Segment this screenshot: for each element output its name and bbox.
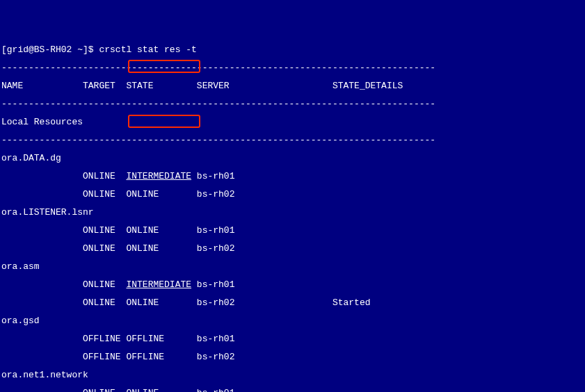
resource-row: ONLINE INTERMEDIATE bs-rh01 [1, 280, 584, 289]
resource-name: ora.gsd [1, 316, 584, 325]
resource-name: ora.LISTENER.lsnr [1, 208, 584, 217]
resource-name: ora.DATA.dg [1, 154, 584, 163]
cell-state-intermediate: INTERMEDIATE [126, 279, 191, 290]
resource-row: OFFLINE OFFLINE bs-rh01 [1, 334, 584, 343]
shell-prompt-command: [grid@BS-RH02 ~]$ crsctl stat res -t [1, 45, 584, 54]
resource-row: ONLINE INTERMEDIATE bs-rh01 [1, 172, 584, 181]
resource-row: ONLINE ONLINE bs-rh01 [1, 389, 584, 392]
cell-target: ONLINE [1, 279, 126, 290]
resource-row: ONLINE ONLINE bs-rh02 [1, 244, 584, 253]
column-headers: NAME TARGET STATE SERVER STATE_DETAILS [1, 81, 584, 90]
resource-row: ONLINE ONLINE bs-rh01 [1, 226, 584, 235]
separator: ----------------------------------------… [1, 136, 584, 145]
resource-name: ora.asm [1, 262, 584, 271]
cell-target: ONLINE [1, 171, 126, 181]
resource-row: OFFLINE OFFLINE bs-rh02 [1, 352, 584, 361]
cell-server: bs-rh01 [191, 279, 441, 290]
terminal-output[interactable]: [grid@BS-RH02 ~]$ crsctl stat res -t ---… [0, 36, 585, 392]
resource-row: ONLINE ONLINE bs-rh02 Started [1, 298, 584, 307]
resource-name: ora.net1.network [1, 370, 584, 379]
cell-server: bs-rh01 [191, 171, 441, 181]
cell-state-intermediate: INTERMEDIATE [126, 171, 191, 181]
section-local-resources: Local Resources [1, 117, 584, 126]
resource-row: ONLINE ONLINE bs-rh02 [1, 190, 584, 199]
separator: ----------------------------------------… [1, 99, 584, 108]
separator: ----------------------------------------… [1, 63, 584, 72]
